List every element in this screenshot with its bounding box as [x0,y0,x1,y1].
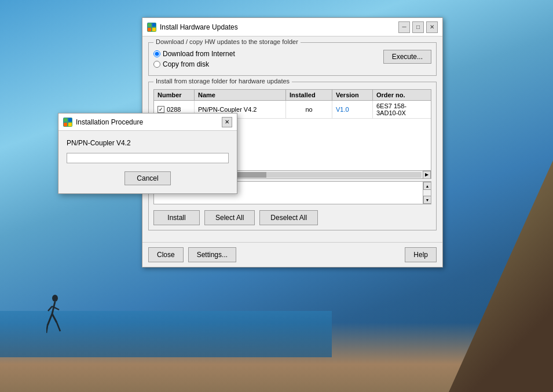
modal-cancel-button[interactable]: Cancel [124,171,171,185]
footer: Close Settings... Help [142,242,442,267]
svg-line-4 [47,314,52,325]
modal-progress-bar-container [67,153,229,163]
row-checkbox[interactable]: ✓ [158,106,164,113]
radio-internet[interactable] [153,50,160,57]
main-dialog-titlebar: Install Hardware Updates ─ □ ✕ [142,18,442,36]
svg-rect-10 [148,28,151,31]
close-button[interactable]: ✕ [426,21,438,33]
download-group: Download / copy HW updates to the storag… [148,42,437,76]
modal-close-button[interactable]: ✕ [222,117,232,127]
deselect-all-button[interactable]: Deselect All [259,210,318,225]
modal-item-name: PN/PN-Coupler V4.2 [67,139,229,147]
installation-procedure-dialog: Installation Procedure ✕ PN/PN-Coupler V… [58,113,237,194]
select-all-button[interactable]: Select All [204,210,255,225]
table-header: Number Name Installed Version Order no. [154,90,431,101]
radio-disk-label: Copy from disk [163,60,209,68]
titlebar-controls: ─ □ ✕ [398,21,438,33]
svg-point-0 [52,295,58,302]
modal-title: Installation Procedure [76,118,143,126]
svg-line-5 [52,314,57,323]
cell-order: 6ES7 158-3AD10-0X [373,101,431,118]
runner-silhouette [46,294,64,334]
close-button-footer[interactable]: Close [148,247,184,262]
svg-rect-12 [64,118,67,122]
desc-scroll-up[interactable]: ▲ [423,182,431,190]
cell-installed: no [286,101,332,118]
svg-line-6 [46,325,47,333]
download-group-content: Download from Internet Copy from disk Ex… [153,50,431,71]
action-buttons: Install Select All Deselect All [153,210,431,225]
svg-rect-9 [152,23,156,27]
desc-scrollbar[interactable]: ▲ ▼ [423,182,431,204]
modal-body: PN/PN-Coupler V4.2 Cancel [58,131,237,193]
settings-button[interactable]: Settings... [188,247,236,262]
main-dialog-title: Install Hardware Updates [160,23,238,31]
svg-line-7 [57,323,60,331]
col-version: Version [332,90,373,100]
svg-rect-13 [68,118,72,122]
maximize-button[interactable]: □ [412,21,424,33]
download-section: Download from Internet Copy from disk Ex… [153,50,431,71]
svg-line-2 [48,306,52,311]
radio-disk-row: Copy from disk [153,60,235,68]
svg-rect-14 [64,123,67,126]
col-number: Number [154,90,195,100]
svg-rect-11 [152,28,156,31]
modal-titlebar: Installation Procedure ✕ [58,113,237,131]
execute-button[interactable]: Execute... [383,50,431,64]
col-order: Order no. [373,90,431,100]
install-group-title: Install from storage folder for hardware… [153,78,292,85]
col-name: Name [195,90,286,100]
titlebar-left: Install Hardware Updates [147,23,238,32]
modal-cancel-row: Cancel [67,171,229,185]
download-group-title: Download / copy HW updates to the storag… [153,38,301,45]
scroll-right-button[interactable]: ▶ [423,171,431,179]
app-icon [147,23,156,32]
desc-scroll-down[interactable]: ▼ [423,196,431,204]
svg-rect-8 [148,23,151,27]
help-button[interactable]: Help [405,247,437,262]
footer-left: Close Settings... [148,247,236,262]
install-button[interactable]: Install [153,210,200,225]
minimize-button[interactable]: ─ [398,21,410,33]
svg-rect-15 [68,123,72,126]
radio-options: Download from Internet Copy from disk [153,50,235,71]
modal-titlebar-left: Installation Procedure [63,118,143,127]
radio-disk[interactable] [153,61,160,68]
modal-app-icon [63,118,72,127]
col-installed: Installed [286,90,332,100]
cell-version: V1.0 [332,101,373,118]
radio-internet-row: Download from Internet [153,50,235,58]
radio-internet-label: Download from Internet [163,50,235,58]
